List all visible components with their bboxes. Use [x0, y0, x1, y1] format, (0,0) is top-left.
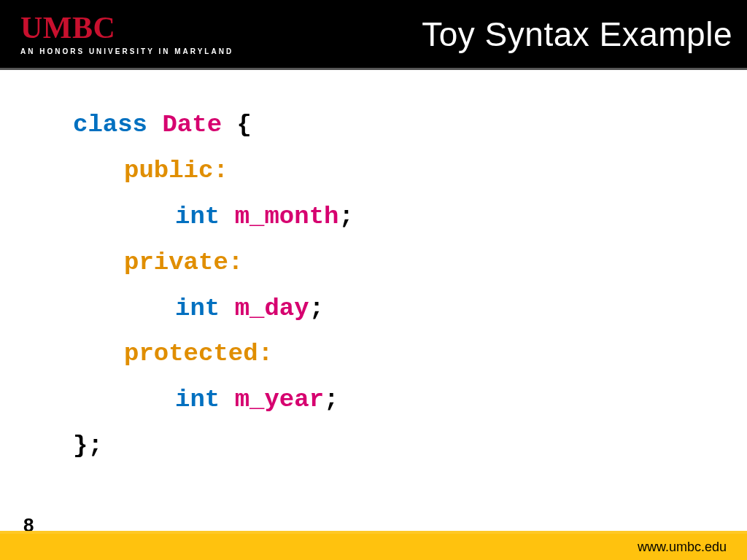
code-line: int m_month; — [73, 194, 718, 240]
code-line: public: — [73, 148, 718, 194]
code-line: int m_year; — [73, 377, 718, 423]
type-int: int — [175, 386, 220, 413]
code-line: int m_day; — [73, 286, 718, 332]
slide: UMBC AN HONORS UNIVERSITY IN MARYLAND To… — [0, 0, 747, 560]
footer-url: www.umbc.edu — [638, 540, 727, 555]
code-line: }; — [73, 423, 718, 469]
code-line: protected: — [73, 331, 718, 377]
close-brace: }; — [73, 432, 103, 459]
member-month: m_month — [235, 203, 339, 230]
code-line: private: — [73, 240, 718, 286]
code-line: class Date { — [73, 102, 718, 148]
access-public: public — [124, 157, 213, 184]
logo: UMBC AN HONORS UNIVERSITY IN MARYLAND — [20, 12, 233, 55]
slide-header: UMBC AN HONORS UNIVERSITY IN MARYLAND To… — [0, 0, 747, 70]
keyword-class: class — [73, 111, 147, 139]
logo-main: UMBC — [20, 12, 233, 43]
open-brace: { — [222, 111, 252, 139]
code-block: class Date { public: int m_month; privat… — [73, 102, 718, 469]
member-day: m_day — [235, 295, 309, 322]
access-protected: protected — [124, 340, 258, 368]
class-name: Date — [162, 111, 222, 139]
slide-footer: www.umbc.edu — [0, 534, 747, 560]
access-private: private — [124, 249, 228, 276]
type-int: int — [175, 295, 220, 322]
slide-title: Toy Syntax Example — [422, 15, 732, 54]
logo-tagline: AN HONORS UNIVERSITY IN MARYLAND — [20, 47, 233, 55]
member-year: m_year — [235, 386, 324, 413]
type-int: int — [175, 203, 220, 230]
